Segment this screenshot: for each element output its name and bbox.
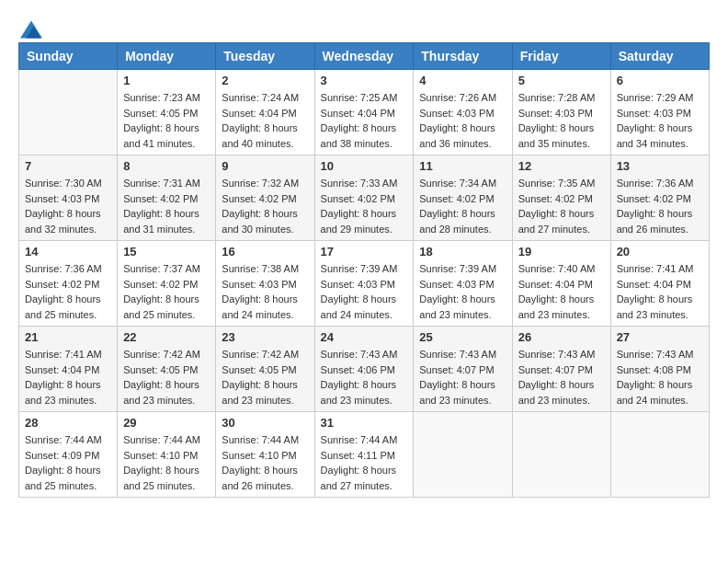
calendar-cell: 22Sunrise: 7:42 AMSunset: 4:05 PMDayligh… bbox=[118, 327, 216, 412]
day-number: 8 bbox=[123, 159, 210, 173]
header-wednesday: Wednesday bbox=[314, 43, 414, 70]
week-row-3: 14Sunrise: 7:36 AMSunset: 4:02 PMDayligh… bbox=[19, 241, 710, 327]
header-sunday: Sunday bbox=[19, 43, 118, 70]
day-number: 2 bbox=[222, 74, 308, 87]
calendar-cell: 31Sunrise: 7:44 AMSunset: 4:11 PMDayligh… bbox=[314, 412, 414, 498]
week-row-2: 7Sunrise: 7:30 AMSunset: 4:03 PMDaylight… bbox=[19, 155, 710, 241]
logo-icon bbox=[20, 18, 42, 40]
header-thursday: Thursday bbox=[414, 43, 512, 70]
day-info: Sunrise: 7:24 AMSunset: 4:04 PMDaylight:… bbox=[222, 90, 308, 151]
week-row-1: 1Sunrise: 7:23 AMSunset: 4:05 PMDaylight… bbox=[19, 70, 710, 155]
day-number: 28 bbox=[25, 416, 111, 430]
day-number: 26 bbox=[518, 330, 605, 344]
calendar-cell: 15Sunrise: 7:37 AMSunset: 4:02 PMDayligh… bbox=[118, 241, 216, 327]
day-info: Sunrise: 7:39 AMSunset: 4:03 PMDaylight:… bbox=[321, 261, 408, 322]
calendar-cell: 11Sunrise: 7:34 AMSunset: 4:02 PMDayligh… bbox=[414, 155, 512, 241]
day-number: 14 bbox=[25, 245, 111, 259]
calendar-cell: 24Sunrise: 7:43 AMSunset: 4:06 PMDayligh… bbox=[314, 327, 414, 412]
day-info: Sunrise: 7:23 AMSunset: 4:05 PMDaylight:… bbox=[123, 90, 210, 151]
day-number: 31 bbox=[321, 416, 408, 430]
calendar-cell: 7Sunrise: 7:30 AMSunset: 4:03 PMDaylight… bbox=[19, 155, 118, 241]
logo bbox=[18, 18, 42, 33]
day-number: 24 bbox=[321, 330, 408, 344]
calendar-cell: 26Sunrise: 7:43 AMSunset: 4:07 PMDayligh… bbox=[512, 327, 610, 412]
calendar-cell: 17Sunrise: 7:39 AMSunset: 4:03 PMDayligh… bbox=[314, 241, 414, 327]
day-number: 12 bbox=[518, 159, 605, 173]
calendar-cell: 14Sunrise: 7:36 AMSunset: 4:02 PMDayligh… bbox=[19, 241, 118, 327]
header-friday: Friday bbox=[512, 43, 610, 70]
calendar-cell: 19Sunrise: 7:40 AMSunset: 4:04 PMDayligh… bbox=[512, 241, 610, 327]
calendar-cell: 9Sunrise: 7:32 AMSunset: 4:02 PMDaylight… bbox=[216, 155, 314, 241]
day-info: Sunrise: 7:38 AMSunset: 4:03 PMDaylight:… bbox=[222, 261, 308, 322]
calendar: SundayMondayTuesdayWednesdayThursdayFrid… bbox=[18, 42, 710, 498]
header-monday: Monday bbox=[118, 43, 216, 70]
calendar-cell: 18Sunrise: 7:39 AMSunset: 4:03 PMDayligh… bbox=[414, 241, 512, 327]
calendar-cell: 4Sunrise: 7:26 AMSunset: 4:03 PMDaylight… bbox=[414, 70, 512, 155]
day-number: 17 bbox=[321, 245, 408, 259]
day-number: 1 bbox=[123, 74, 210, 87]
day-info: Sunrise: 7:34 AMSunset: 4:02 PMDaylight:… bbox=[419, 176, 506, 236]
header-tuesday: Tuesday bbox=[216, 43, 314, 70]
day-info: Sunrise: 7:43 AMSunset: 4:08 PMDaylight:… bbox=[617, 347, 703, 408]
day-info: Sunrise: 7:42 AMSunset: 4:05 PMDaylight:… bbox=[222, 347, 308, 408]
day-info: Sunrise: 7:41 AMSunset: 4:04 PMDaylight:… bbox=[617, 261, 703, 322]
day-number: 3 bbox=[321, 74, 408, 87]
calendar-cell: 27Sunrise: 7:43 AMSunset: 4:08 PMDayligh… bbox=[610, 327, 709, 412]
calendar-cell: 23Sunrise: 7:42 AMSunset: 4:05 PMDayligh… bbox=[216, 327, 314, 412]
week-row-4: 21Sunrise: 7:41 AMSunset: 4:04 PMDayligh… bbox=[19, 327, 710, 412]
day-info: Sunrise: 7:25 AMSunset: 4:04 PMDaylight:… bbox=[321, 90, 408, 151]
day-number: 23 bbox=[222, 330, 308, 344]
day-info: Sunrise: 7:44 AMSunset: 4:11 PMDaylight:… bbox=[321, 432, 408, 493]
calendar-cell: 29Sunrise: 7:44 AMSunset: 4:10 PMDayligh… bbox=[118, 412, 216, 498]
header-saturday: Saturday bbox=[610, 43, 709, 70]
day-info: Sunrise: 7:36 AMSunset: 4:02 PMDaylight:… bbox=[25, 261, 111, 322]
day-number: 16 bbox=[222, 245, 308, 259]
day-info: Sunrise: 7:32 AMSunset: 4:02 PMDaylight:… bbox=[222, 176, 308, 236]
day-info: Sunrise: 7:30 AMSunset: 4:03 PMDaylight:… bbox=[25, 176, 111, 236]
day-number: 13 bbox=[617, 159, 703, 173]
calendar-cell: 21Sunrise: 7:41 AMSunset: 4:04 PMDayligh… bbox=[19, 327, 118, 412]
day-number: 7 bbox=[25, 159, 111, 173]
calendar-cell: 5Sunrise: 7:28 AMSunset: 4:03 PMDaylight… bbox=[512, 70, 610, 155]
day-info: Sunrise: 7:39 AMSunset: 4:03 PMDaylight:… bbox=[419, 261, 506, 322]
day-number: 29 bbox=[123, 416, 210, 430]
day-number: 21 bbox=[25, 330, 111, 344]
day-number: 4 bbox=[419, 74, 506, 87]
calendar-cell: 2Sunrise: 7:24 AMSunset: 4:04 PMDaylight… bbox=[216, 70, 314, 155]
day-info: Sunrise: 7:43 AMSunset: 4:07 PMDaylight:… bbox=[518, 347, 605, 408]
day-info: Sunrise: 7:28 AMSunset: 4:03 PMDaylight:… bbox=[518, 90, 605, 151]
day-info: Sunrise: 7:44 AMSunset: 4:10 PMDaylight:… bbox=[222, 432, 308, 493]
calendar-cell: 12Sunrise: 7:35 AMSunset: 4:02 PMDayligh… bbox=[512, 155, 610, 241]
calendar-cell: 30Sunrise: 7:44 AMSunset: 4:10 PMDayligh… bbox=[216, 412, 314, 498]
calendar-cell bbox=[512, 412, 610, 498]
day-number: 22 bbox=[123, 330, 210, 344]
day-number: 11 bbox=[419, 159, 506, 173]
day-info: Sunrise: 7:43 AMSunset: 4:06 PMDaylight:… bbox=[321, 347, 408, 408]
calendar-cell: 16Sunrise: 7:38 AMSunset: 4:03 PMDayligh… bbox=[216, 241, 314, 327]
calendar-cell bbox=[19, 70, 118, 155]
day-number: 19 bbox=[518, 245, 605, 259]
day-number: 9 bbox=[222, 159, 308, 173]
calendar-cell bbox=[414, 412, 512, 498]
day-number: 25 bbox=[419, 330, 506, 344]
day-number: 27 bbox=[617, 330, 703, 344]
day-number: 20 bbox=[617, 245, 703, 259]
calendar-cell: 13Sunrise: 7:36 AMSunset: 4:02 PMDayligh… bbox=[610, 155, 709, 241]
day-info: Sunrise: 7:26 AMSunset: 4:03 PMDaylight:… bbox=[419, 90, 506, 151]
day-info: Sunrise: 7:42 AMSunset: 4:05 PMDaylight:… bbox=[123, 347, 210, 408]
day-number: 5 bbox=[518, 74, 605, 87]
calendar-cell: 28Sunrise: 7:44 AMSunset: 4:09 PMDayligh… bbox=[19, 412, 118, 498]
calendar-cell bbox=[610, 412, 709, 498]
day-info: Sunrise: 7:35 AMSunset: 4:02 PMDaylight:… bbox=[518, 176, 605, 236]
day-number: 18 bbox=[419, 245, 506, 259]
day-info: Sunrise: 7:37 AMSunset: 4:02 PMDaylight:… bbox=[123, 261, 210, 322]
day-info: Sunrise: 7:29 AMSunset: 4:03 PMDaylight:… bbox=[617, 90, 703, 151]
day-number: 15 bbox=[123, 245, 210, 259]
calendar-cell: 10Sunrise: 7:33 AMSunset: 4:02 PMDayligh… bbox=[314, 155, 414, 241]
calendar-cell: 3Sunrise: 7:25 AMSunset: 4:04 PMDaylight… bbox=[314, 70, 414, 155]
day-info: Sunrise: 7:43 AMSunset: 4:07 PMDaylight:… bbox=[419, 347, 506, 408]
week-row-5: 28Sunrise: 7:44 AMSunset: 4:09 PMDayligh… bbox=[19, 412, 710, 498]
day-info: Sunrise: 7:40 AMSunset: 4:04 PMDaylight:… bbox=[518, 261, 605, 322]
page-header bbox=[18, 18, 710, 33]
day-info: Sunrise: 7:44 AMSunset: 4:09 PMDaylight:… bbox=[25, 432, 111, 493]
